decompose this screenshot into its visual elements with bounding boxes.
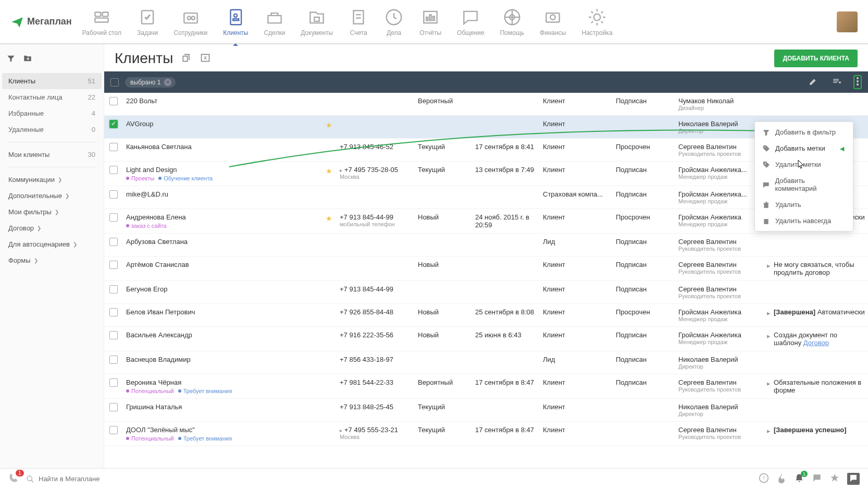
sidebar-section-Мои клиенты[interactable]: Мои клиенты30 <box>2 146 102 163</box>
dropdown-item-comment[interactable]: Добавить комментарий <box>755 173 853 197</box>
tag: заказ с сайта <box>126 223 167 229</box>
row-checkbox[interactable] <box>109 378 118 387</box>
row-checkbox[interactable] <box>109 308 118 316</box>
table-row[interactable]: Васильев Александр+7 916 222-35-56Новый2… <box>104 327 868 351</box>
table-row[interactable]: Бегунов Егор+7 913 845-44-99КлиентПодпис… <box>104 281 868 304</box>
table-row[interactable]: Белов Иван Петрович+7 926 855-84-48Новый… <box>104 304 868 327</box>
selection-chip: выбрано 1 ✕ <box>125 77 176 88</box>
copy-icon[interactable] <box>181 53 192 65</box>
client-name: Light and Design <box>126 166 177 174</box>
add-client-button[interactable]: Добавить клиента <box>774 50 858 67</box>
list-add-icon[interactable] <box>829 75 844 90</box>
nav-icon <box>138 7 157 27</box>
extra-text: Создан документ по шаблону Договор <box>774 331 865 347</box>
sidebar-section-Формы[interactable]: Формы❯ <box>2 252 102 268</box>
dropdown-item-trash-x[interactable]: Удалить навсегда <box>755 213 853 229</box>
sidebar-section-Мои фильтры[interactable]: Мои фильтры❯ <box>2 204 102 220</box>
table-row[interactable]: Вероника ЧёрнаяПотенциальныйТребует вним… <box>104 374 868 399</box>
clear-selection-icon[interactable]: ✕ <box>164 79 171 86</box>
filter-icon[interactable] <box>6 54 16 65</box>
row-checkbox[interactable] <box>109 356 118 364</box>
more-actions-button[interactable] <box>853 75 862 89</box>
sidebar-section-Для автосценариев[interactable]: Для автосценариев❯ <box>2 236 102 252</box>
table-row[interactable]: AVGroup★КлиентНиколаев ВалерийДиректор <box>104 116 868 139</box>
row-checkbox[interactable] <box>109 166 118 174</box>
sidebar-filter-count: 0 <box>92 126 95 133</box>
contract: Подписан <box>613 331 675 339</box>
nav-label: Настройка <box>581 29 612 36</box>
table-row[interactable]: Каньянова Светлана+7 913 845-46-52Текущи… <box>104 139 868 162</box>
nav-icon <box>543 7 563 27</box>
table-row[interactable]: Арбузова СветланаЛидПодписанСергеев Вале… <box>104 234 868 256</box>
nav-Сделки[interactable]: Сделки <box>264 7 285 36</box>
nav-Отчёты[interactable]: Отчёты <box>419 7 441 36</box>
brand-logo[interactable]: Мегаплан <box>10 15 72 29</box>
tag: Обучение клиента <box>158 175 213 181</box>
excel-icon[interactable]: X <box>200 53 210 65</box>
nav-Общение[interactable]: Общение <box>457 7 485 36</box>
row-checkbox[interactable] <box>109 261 118 269</box>
contract: Подписан <box>613 378 675 386</box>
table-row[interactable]: Артёмов СтаниславНовыйКлиентПодписанСерг… <box>104 256 868 281</box>
type: Клиент <box>540 403 613 411</box>
table-row[interactable]: Гришина Наталья+7 913 848-25-45ТекущийКл… <box>104 399 868 422</box>
sidebar-filter-Избранные[interactable]: Избранные4 <box>2 105 102 121</box>
select-all-checkbox[interactable] <box>110 78 119 87</box>
status: Вероятный <box>415 97 472 105</box>
manager-role: Директор <box>678 363 761 370</box>
dropdown-item-label: Удалить метки <box>775 161 821 168</box>
row-checkbox[interactable] <box>109 143 118 151</box>
row-checkbox[interactable] <box>109 238 118 246</box>
nav-Финансы[interactable]: Финансы <box>540 7 566 36</box>
manager-name: Сергеев Валентин <box>678 143 761 151</box>
sidebar-section-label: Мои фильтры <box>8 208 52 216</box>
type: Клиент <box>540 166 613 174</box>
chevron-right-icon: ❯ <box>65 193 69 199</box>
sidebar-filter-count: 22 <box>88 93 95 101</box>
annotation-arrow-icon: ◄ <box>838 144 846 153</box>
table-row[interactable]: Андреянова Еленазаказ с сайта★+7 913 845… <box>104 209 868 234</box>
row-checkbox[interactable] <box>109 285 118 294</box>
dropdown-item-tag[interactable]: Добавить метки◄ <box>755 140 853 156</box>
row-checkbox[interactable] <box>109 120 118 128</box>
row-checkbox[interactable] <box>109 190 118 199</box>
nav-Рабочий стол[interactable]: Рабочий стол <box>82 7 121 36</box>
sidebar-filter-Контактные лица[interactable]: Контактные лица22 <box>2 89 102 105</box>
nav-Счета[interactable]: Счета <box>349 7 368 36</box>
manager-role: Дизайнер <box>678 105 761 111</box>
tag: Требует внимания <box>178 388 232 394</box>
contract: Подписан <box>613 238 675 246</box>
table-row[interactable]: mike@L&D.ruСтраховая компа...ПодписанГро… <box>104 186 868 209</box>
table-row[interactable]: Light and DesignПроектыОбучение клиента★… <box>104 162 868 186</box>
nav-label: Финансы <box>540 29 566 36</box>
user-avatar[interactable] <box>837 11 858 32</box>
row-checkbox[interactable] <box>109 426 118 434</box>
row-checkbox[interactable] <box>109 213 118 222</box>
sidebar-section-Коммуникации[interactable]: Коммуникации❯ <box>2 172 102 188</box>
sidebar-filter-Удаленные[interactable]: Удаленные0 <box>2 121 102 138</box>
nav-Настройка[interactable]: Настройка <box>581 7 612 36</box>
row-checkbox[interactable] <box>109 403 118 411</box>
edit-icon[interactable] <box>807 75 820 90</box>
row-checkbox[interactable] <box>109 331 118 339</box>
nav-Сотрудники[interactable]: Сотрудники <box>173 7 207 36</box>
add-folder-icon[interactable] <box>23 54 32 65</box>
nav-Помощь[interactable]: Помощь <box>500 7 524 36</box>
nav-Клиенты[interactable]: Клиенты <box>223 7 248 36</box>
sidebar-section-Договор[interactable]: Договор❯ <box>2 220 102 236</box>
sidebar-section-Дополнительные[interactable]: Дополнительные❯ <box>2 188 102 204</box>
manager-role: Руководитель проектов <box>678 246 761 252</box>
table-row[interactable]: 220 ВольтВероятныйКлиентПодписанЧумаков … <box>104 93 868 116</box>
dropdown-item-trash[interactable]: Удалить <box>755 197 853 213</box>
sidebar-filter-Клиенты[interactable]: Клиенты51 <box>2 73 102 89</box>
nav-Документы[interactable]: Документы <box>301 7 333 36</box>
nav-Задачи[interactable]: Задачи <box>137 7 158 36</box>
dropdown-item-filter[interactable]: Добавить в фильтр <box>755 124 853 140</box>
sidebar-filter-label: Клиенты <box>8 77 35 85</box>
dropdown-item-tag-remove[interactable]: Удалить метки <box>755 156 853 173</box>
table-row[interactable]: ДООЛ "Зелёный мыс"ПотенциальныйТребует в… <box>104 422 868 446</box>
table-row[interactable]: Васнецов Владимир+7 856 433-18-97ЛидПодп… <box>104 351 868 374</box>
row-checkbox[interactable] <box>109 97 118 105</box>
nav-Дела[interactable]: Дела <box>384 7 404 36</box>
svg-rect-17 <box>430 15 431 20</box>
